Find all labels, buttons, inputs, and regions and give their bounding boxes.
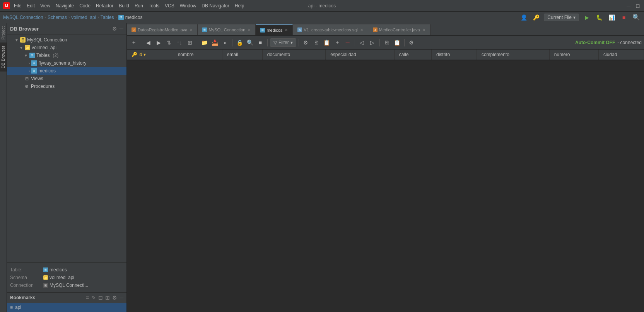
menu-view[interactable]: View: [38, 2, 53, 9]
menu-db-navigator[interactable]: DB Navigator: [199, 2, 231, 9]
auto-commit-status: Auto-Commit OFF - connected: [575, 40, 642, 45]
connection-info-value: 🗄 MySQL Connecti...: [43, 283, 88, 288]
tab-close-4[interactable]: ✕: [360, 28, 363, 32]
tree-item-tables[interactable]: ▼ ⊞ Tables (2): [7, 51, 126, 59]
paste2-button[interactable]: 📋: [393, 38, 402, 47]
tree-item-mysql-connection[interactable]: ▼ 🗄 MySQL Connection: [7, 36, 126, 44]
copy2-button[interactable]: ⎘: [382, 38, 391, 47]
title-bar: IJ File Edit View Navigate Code Refactor…: [0, 0, 644, 12]
menu-run[interactable]: Run: [132, 2, 145, 9]
more-button[interactable]: »: [220, 38, 230, 47]
stop-button[interactable]: ■: [619, 13, 629, 22]
search-button[interactable]: 🔍: [632, 13, 641, 22]
run-button[interactable]: ▶: [582, 13, 591, 22]
sidebar: DB Browser ⚙ ─ ▼ 🗄 MySQL Connection ▼ 📁 …: [7, 23, 127, 312]
menu-navigate[interactable]: Navigate: [53, 2, 76, 9]
tab-close-1[interactable]: ✕: [190, 28, 193, 32]
tab-close-3[interactable]: ✕: [285, 28, 288, 32]
stop-exec-button[interactable]: ■: [256, 38, 265, 47]
schema-icon: 📁: [25, 45, 30, 50]
sort-asc-button[interactable]: ↑↓: [175, 38, 184, 47]
add-record-button[interactable]: ＋: [129, 38, 138, 47]
tab-datos-registro-medico[interactable]: J DatosRegistroMedico.java ✕: [127, 24, 198, 35]
tab-close-5[interactable]: ✕: [422, 28, 425, 32]
col-especialidad[interactable]: especialidad: [326, 50, 395, 60]
bm-sort-icon[interactable]: ≡: [86, 295, 89, 301]
col-id[interactable]: 🔑 id ▾: [127, 50, 173, 60]
tree-label-mysql-connection: MySQL Connection: [27, 37, 67, 43]
tree-item-procedures[interactable]: ⚙ Procedures: [7, 82, 126, 90]
nav-right-button[interactable]: ▷: [368, 38, 377, 47]
remove-row-button[interactable]: ─: [343, 38, 352, 47]
col-email[interactable]: email: [222, 50, 262, 60]
move-back-button[interactable]: ◀: [143, 38, 153, 47]
bookmark-api[interactable]: ≡ api: [7, 303, 126, 312]
table-flyway-icon: ⊞: [31, 60, 37, 66]
current-file-button[interactable]: Current File ▾: [544, 14, 579, 21]
bm-minimize-icon[interactable]: ─: [120, 295, 123, 301]
copy-button[interactable]: ⎘: [312, 38, 321, 47]
paste-button[interactable]: 📋: [322, 38, 331, 47]
breadcrumb-schemas[interactable]: Schemas: [48, 15, 67, 20]
add-row-button[interactable]: ＋: [333, 38, 342, 47]
tree-item-vollmed-api[interactable]: ▼ 📁 vollmed_api: [7, 44, 126, 51]
v-tab-db-browser[interactable]: DB Browser: [0, 43, 7, 72]
profile-button[interactable]: 👤: [519, 13, 528, 22]
col-nombre[interactable]: nombre: [173, 50, 222, 60]
col-documento[interactable]: documento: [262, 50, 325, 60]
config-toolbar-button[interactable]: ⚙: [301, 38, 311, 47]
col-numero[interactable]: numero: [549, 50, 598, 60]
bm-expand-icon[interactable]: ⊞: [105, 295, 110, 301]
import-button[interactable]: 📥: [210, 38, 219, 47]
nav-left-button[interactable]: ◁: [357, 38, 367, 47]
bm-settings-icon[interactable]: ⚙: [112, 295, 117, 301]
breadcrumb-mysql-connection[interactable]: MySQL Connection: [3, 15, 43, 20]
v-tab-project[interactable]: Project: [0, 23, 7, 43]
move-forward-button[interactable]: ▶: [154, 38, 163, 47]
minimize-button[interactable]: ─: [625, 3, 632, 9]
tree-item-flyway[interactable]: › ⊞ flyway_schema_history: [7, 59, 126, 67]
menu-help[interactable]: Help: [232, 2, 247, 9]
sidebar-minimize-icon[interactable]: ─: [120, 26, 123, 32]
tree-item-views[interactable]: ⊞ Views: [7, 75, 126, 82]
db-toolbar: ＋ ◀ ▶ ⇅ ↑↓ ⊞ 📁 📥 » 🔒 🔍 ■ ▽ Filter ▾ ⚙ ⎘: [127, 36, 644, 50]
bm-edit-icon[interactable]: ✎: [91, 295, 96, 301]
debug-button[interactable]: 🐛: [594, 13, 604, 22]
col-complemento[interactable]: complemento: [477, 50, 549, 60]
menu-vcs[interactable]: VCS: [162, 2, 177, 9]
table-header-row: 🔑 id ▾ nombre email documento especialid…: [127, 50, 644, 60]
layout-button[interactable]: ⊞: [185, 38, 195, 47]
col-calle[interactable]: calle: [394, 50, 431, 60]
open-folder-button[interactable]: 📁: [200, 38, 209, 47]
menu-refactor[interactable]: Refactor: [94, 2, 116, 9]
settings2-button[interactable]: ⚙: [407, 38, 416, 47]
tab-v1-sql[interactable]: S V1_create-table-medicos.sql ✕: [293, 24, 368, 35]
menu-edit[interactable]: Edit: [24, 2, 37, 9]
tab-label-2: MySQL Connection: [208, 27, 245, 32]
tab-medico-controller[interactable]: J MedicoController.java ✕: [368, 24, 430, 35]
bm-indent-icon[interactable]: ⊟: [98, 295, 103, 301]
breadcrumb-tables[interactable]: Tables: [101, 15, 114, 20]
breadcrumb-vollmed-api[interactable]: vollmed_api: [71, 15, 96, 20]
menu-file[interactable]: File: [12, 2, 24, 9]
col-ciudad[interactable]: ciudad: [599, 50, 644, 60]
tab-medicos[interactable]: ⊞ medicos ✕: [256, 24, 293, 35]
menu-build[interactable]: Build: [116, 2, 132, 9]
sidebar-settings-icon[interactable]: ⚙: [112, 26, 117, 32]
procedures-icon: ⚙: [24, 84, 29, 89]
tab-mysql-connection[interactable]: ⊞ MySQL Connection ✕: [198, 24, 256, 35]
key-button[interactable]: 🔑: [531, 13, 541, 22]
connection-value-icon: 🗄: [43, 283, 48, 288]
menu-code[interactable]: Code: [77, 2, 93, 9]
search-toolbar-button[interactable]: 🔍: [245, 38, 255, 47]
lock-button[interactable]: 🔒: [235, 38, 244, 47]
tab-close-2[interactable]: ✕: [248, 28, 251, 32]
sort-button[interactable]: ⇅: [164, 38, 174, 47]
col-distrito[interactable]: distrito: [432, 50, 477, 60]
coverage-button[interactable]: 📊: [607, 13, 616, 22]
maximize-button[interactable]: □: [635, 3, 641, 9]
filter-button[interactable]: ▽ Filter ▾: [270, 38, 296, 47]
tree-item-medicos[interactable]: › ⊞ medicos: [7, 67, 126, 75]
menu-window[interactable]: Window: [178, 2, 199, 9]
menu-tools[interactable]: Tools: [146, 2, 162, 9]
